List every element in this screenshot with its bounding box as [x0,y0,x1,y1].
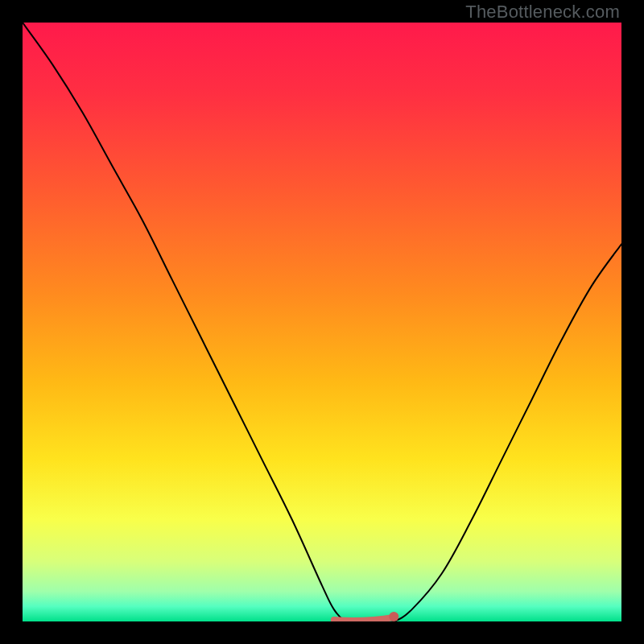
background-gradient [23,23,621,621]
plot-area [23,23,621,621]
watermark-text: TheBottleneck.com [465,2,620,23]
svg-rect-0 [23,23,621,621]
chart-frame: TheBottleneck.com [0,0,644,644]
